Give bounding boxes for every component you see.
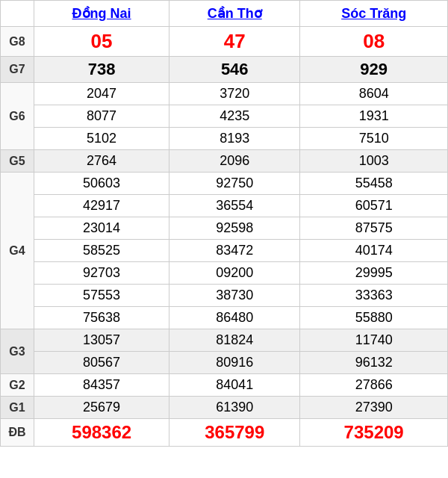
cell-g3-0: 13057 [34,329,169,352]
soc-trang-link[interactable]: Sóc Trăng [341,6,406,21]
cell-g4-0: 50603 [34,173,169,195]
cell-g4-1: 86480 [169,307,300,329]
cell-g6-1: 4235 [169,105,300,128]
cell-g4-1: 36554 [169,195,300,217]
cell-g8-col1: 47 [169,27,300,57]
cell-g5-col1: 2096 [169,150,300,173]
row-label-g7: G7 [1,57,34,83]
cell-g4-0: 92703 [34,262,169,285]
cell-g3-2: 11740 [300,329,448,352]
cell-đb-col2: 735209 [300,419,448,447]
header-label-col [1,1,34,27]
cell-g2-col0: 84357 [34,374,169,397]
row-label-g3: G3 [1,329,34,374]
cell-g7-col2: 929 [300,57,448,83]
cell-g8-col0: 05 [34,27,169,57]
row-label-g4: G4 [1,173,34,329]
row-label-g2: G2 [1,374,34,397]
cell-g4-0: 42917 [34,195,169,217]
cell-g6-0: 8077 [34,105,169,128]
can-tho-link[interactable]: Cần Thơ [208,6,262,21]
header-dong-nai[interactable]: Đồng Nai [34,1,169,27]
row-label-g5: G5 [1,150,34,173]
cell-g4-2: 40174 [300,240,448,262]
cell-g1-col1: 61390 [169,397,300,419]
cell-g6-0: 5102 [34,128,169,150]
cell-g4-0: 57553 [34,285,169,307]
cell-g5-col2: 1003 [300,150,448,173]
cell-g4-1: 83472 [169,240,300,262]
dong-nai-link[interactable]: Đồng Nai [72,6,131,21]
cell-g4-0: 75638 [34,307,169,329]
cell-g6-0: 2047 [34,83,169,105]
cell-g4-0: 58525 [34,240,169,262]
cell-g6-2: 1931 [300,105,448,128]
row-label-g8: G8 [1,27,34,57]
cell-g4-2: 60571 [300,195,448,217]
header-can-tho[interactable]: Cần Thơ [169,1,300,27]
cell-g3-0: 80567 [34,352,169,374]
cell-g1-col0: 25679 [34,397,169,419]
row-label-g6: G6 [1,83,34,150]
cell-g7-col1: 546 [169,57,300,83]
cell-g4-0: 23014 [34,217,169,240]
row-label-g1: G1 [1,397,34,419]
cell-đb-col1: 365799 [169,419,300,447]
cell-g5-col0: 2764 [34,150,169,173]
cell-g6-1: 8193 [169,128,300,150]
row-label-đb: ĐB [1,419,34,447]
cell-g7-col0: 738 [34,57,169,83]
cell-g6-2: 8604 [300,83,448,105]
cell-g3-1: 80916 [169,352,300,374]
cell-g4-1: 38730 [169,285,300,307]
header-soc-trang[interactable]: Sóc Trăng [300,1,448,27]
cell-g3-1: 81824 [169,329,300,352]
cell-g4-2: 29995 [300,262,448,285]
cell-g2-col2: 27866 [300,374,448,397]
cell-g6-1: 3720 [169,83,300,105]
cell-đb-col0: 598362 [34,419,169,447]
cell-g4-1: 09200 [169,262,300,285]
cell-g4-1: 92598 [169,217,300,240]
cell-g6-2: 7510 [300,128,448,150]
cell-g3-2: 96132 [300,352,448,374]
cell-g8-col2: 08 [300,27,448,57]
cell-g4-1: 92750 [169,173,300,195]
cell-g4-2: 33363 [300,285,448,307]
cell-g4-2: 55880 [300,307,448,329]
cell-g4-2: 55458 [300,173,448,195]
cell-g1-col2: 27390 [300,397,448,419]
cell-g2-col1: 84041 [169,374,300,397]
cell-g4-2: 87575 [300,217,448,240]
